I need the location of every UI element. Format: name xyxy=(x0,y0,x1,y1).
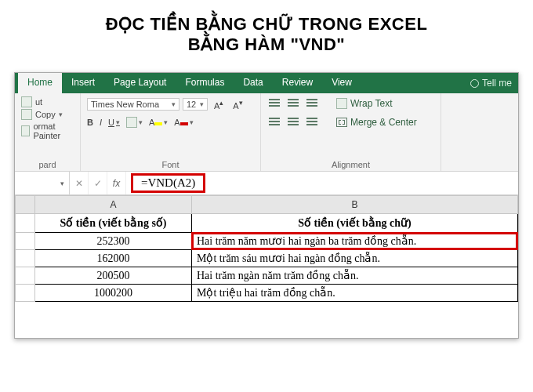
tab-review[interactable]: Review xyxy=(273,73,322,93)
column-headers: A B xyxy=(16,196,518,214)
font-name-select[interactable]: Times New Roma▾ xyxy=(87,98,179,111)
tab-insert[interactable]: Insert xyxy=(62,73,104,93)
align-left-button[interactable] xyxy=(267,115,281,129)
formula-bar: ▾ ✕ ✓ fx =VND(A2) xyxy=(15,172,518,195)
col-header-b[interactable]: B xyxy=(192,196,518,214)
excel-screenshot: Home Insert Page Layout Formulas Data Re… xyxy=(14,72,519,339)
copy-button[interactable]: Copy▾ xyxy=(21,109,74,120)
italic-button[interactable]: I xyxy=(100,118,102,127)
tab-data[interactable]: Data xyxy=(234,73,272,93)
font-group-label: Font xyxy=(87,160,254,169)
underline-button[interactable]: U▾ xyxy=(108,118,120,127)
chevron-down-icon: ▾ xyxy=(59,111,63,118)
align-bottom-button[interactable] xyxy=(305,96,319,111)
bold-button[interactable]: B xyxy=(87,118,93,127)
cut-label: ut xyxy=(35,97,42,107)
align-center-button[interactable] xyxy=(286,115,300,129)
font-name-value: Times New Roma xyxy=(91,100,159,109)
row-header[interactable] xyxy=(16,250,35,267)
page-title: ĐỌC TIỀN BẰNG CHỮ TRONG EXCEL BẰNG HÀM "… xyxy=(0,0,533,61)
row-header[interactable] xyxy=(16,285,35,302)
row-header[interactable] xyxy=(16,233,35,250)
accept-formula-button[interactable]: ✓ xyxy=(89,172,107,194)
wrap-icon xyxy=(336,98,347,109)
clipboard-group-label: pard xyxy=(21,160,74,169)
col-header-a[interactable]: A xyxy=(35,196,192,214)
fx-button[interactable]: fx xyxy=(107,172,126,194)
row-header[interactable] xyxy=(16,214,35,233)
align-top-button[interactable] xyxy=(267,96,281,111)
group-font: Times New Roma▾ 12▾ A▴ A▾ B I U▾ ▾ A▾ A▾… xyxy=(81,93,261,171)
font-color-button[interactable]: A▾ xyxy=(174,118,193,127)
chevron-down-icon: ▾ xyxy=(116,118,120,126)
align-right-button[interactable] xyxy=(305,115,319,129)
grow-font-button[interactable]: A▴ xyxy=(211,96,227,112)
fill-swatch xyxy=(154,122,162,125)
chevron-down-icon: ▾ xyxy=(190,118,194,126)
tell-me[interactable]: Tell me xyxy=(464,73,518,93)
wrap-label: Wrap Text xyxy=(350,98,393,109)
underline-label: U xyxy=(108,118,114,127)
tab-formulas[interactable]: Formulas xyxy=(176,73,234,93)
cancel-formula-button[interactable]: ✕ xyxy=(70,172,89,194)
cell-b2[interactable]: Hai trăm năm mươi hai ngàn ba trăm đồng … xyxy=(192,233,518,250)
tell-me-label: Tell me xyxy=(482,78,512,89)
copy-label: Copy xyxy=(35,110,56,119)
cell-a2[interactable]: 252300 xyxy=(35,233,192,250)
border-icon xyxy=(126,117,137,128)
align-icon xyxy=(288,117,299,126)
cell-b5[interactable]: Một triệu hai trăm đồng chẵn. xyxy=(192,285,518,302)
merge-center-button[interactable]: Merge & Center xyxy=(336,117,417,128)
title-line-2: BẰNG HÀM "VND" xyxy=(31,34,502,55)
table-row: 252300 Hai trăm năm mươi hai ngàn ba tră… xyxy=(16,233,518,250)
merge-icon xyxy=(336,118,347,127)
font-size-select[interactable]: 12▾ xyxy=(183,98,208,111)
align-icon xyxy=(288,98,299,107)
font-size-value: 12 xyxy=(187,100,196,109)
align-icon xyxy=(269,117,280,126)
bulb-icon xyxy=(470,79,479,88)
row-header[interactable] xyxy=(16,267,35,285)
shrink-font-button[interactable]: A▾ xyxy=(230,96,245,112)
cell-a5[interactable]: 1000200 xyxy=(35,285,192,302)
table-row: 162000 Một trăm sáu mươi hai ngàn đồng c… xyxy=(16,250,518,267)
fill-color-button[interactable]: A▾ xyxy=(149,118,168,127)
align-middle-button[interactable] xyxy=(286,96,300,111)
align-icon xyxy=(306,117,317,126)
table-header-row: Số tiền (viết bằng số) Số tiền (viết bằn… xyxy=(16,214,518,233)
formula-input[interactable]: =VND(A2) xyxy=(131,173,205,193)
cell-a4[interactable]: 200500 xyxy=(35,267,192,285)
tab-home[interactable]: Home xyxy=(18,73,62,93)
table-row: 1000200 Một triệu hai trăm đồng chẵn. xyxy=(16,285,518,302)
format-painter-button[interactable]: ormat Painter xyxy=(21,122,74,140)
name-box[interactable]: ▾ xyxy=(15,172,70,194)
merge-label: Merge & Center xyxy=(350,117,417,128)
copy-icon xyxy=(21,109,32,120)
fill-a: A xyxy=(149,118,154,127)
cut-button[interactable]: ut xyxy=(21,96,74,107)
color-swatch xyxy=(180,122,188,125)
cell-b4[interactable]: Hai trăm ngàn năm trăm đồng chẵn. xyxy=(192,267,518,285)
chevron-down-icon: ▾ xyxy=(164,118,168,126)
cut-icon xyxy=(21,96,32,107)
chevron-down-icon: ▾ xyxy=(60,180,64,187)
tab-view[interactable]: View xyxy=(322,73,361,93)
cell-a3[interactable]: 162000 xyxy=(35,250,192,267)
chevron-down-icon: ▾ xyxy=(172,100,176,108)
table-row: 200500 Hai trăm ngàn năm trăm đồng chẵn. xyxy=(16,267,518,285)
alignment-group-label: Alignment xyxy=(267,160,434,169)
painter-label: ormat Painter xyxy=(33,122,74,140)
group-alignment: Wrap Text Merge & Center Alignment xyxy=(261,93,441,171)
color-a: A xyxy=(174,118,179,127)
chevron-down-icon: ▾ xyxy=(200,100,204,108)
worksheet-grid[interactable]: A B Số tiền (viết bằng số) Số tiền (viết… xyxy=(15,195,518,302)
header-cell-b[interactable]: Số tiền (viết bằng chữ) xyxy=(192,214,518,233)
header-cell-a[interactable]: Số tiền (viết bằng số) xyxy=(35,214,192,233)
tab-page-layout[interactable]: Page Layout xyxy=(104,73,176,93)
wrap-text-button[interactable]: Wrap Text xyxy=(336,98,393,109)
cell-b3[interactable]: Một trăm sáu mươi hai ngàn đồng chẵn. xyxy=(192,250,518,267)
select-all-corner[interactable] xyxy=(16,196,35,214)
group-clipboard: ut Copy▾ ormat Painter pard xyxy=(15,93,81,171)
title-line-1: ĐỌC TIỀN BẰNG CHỮ TRONG EXCEL xyxy=(31,14,502,34)
border-button[interactable]: ▾ xyxy=(126,117,143,128)
